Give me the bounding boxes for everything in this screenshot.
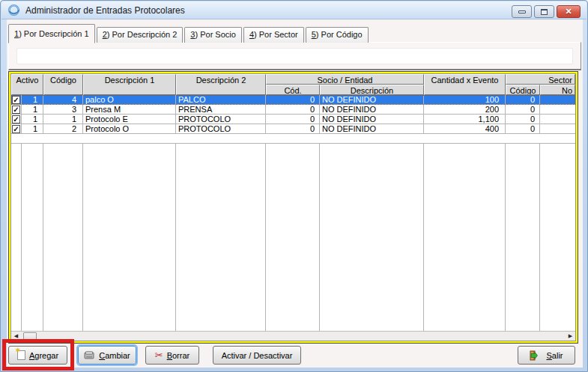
grid-yellow-border: Activo Código Descripción 1 Descripción … xyxy=(9,72,578,343)
cell-sector_no xyxy=(540,115,575,124)
add-page-icon: ✶ xyxy=(17,350,25,360)
row-checkbox-cell: ✓ xyxy=(11,115,22,124)
cell-socio_desc: NO DEFINIDO xyxy=(320,124,424,133)
cell-socio_cod: 0 xyxy=(266,115,320,124)
row-checkbox-cell: ✓ xyxy=(11,124,22,133)
cell-desc1: Protocolo O xyxy=(83,124,176,133)
cell-sector_no xyxy=(540,124,575,133)
header-socio-descripcion[interactable]: Descripción xyxy=(320,85,424,95)
cell-desc2: PROTOCOLO xyxy=(176,124,266,133)
cell-codigo: 4 xyxy=(43,95,83,104)
grid-rows: ✓14palco OPALCO0NO DEFINIDO1000✓13Prensa… xyxy=(11,95,575,134)
borrar-button[interactable]: ✂ Borrar xyxy=(145,346,199,365)
cell-socio_cod: 0 xyxy=(266,95,320,104)
table-row[interactable]: ✓14palco OPALCO0NO DEFINIDO1000 xyxy=(11,95,575,105)
cell-activo: 1 xyxy=(22,105,43,114)
cell-cantidad: 200 xyxy=(424,105,506,114)
header-activo[interactable]: Activo xyxy=(11,74,43,95)
header-cantidad-x-evento[interactable]: Cantidad x Evento xyxy=(424,74,506,95)
active-checkbox[interactable]: ✓ xyxy=(12,106,20,114)
header-descripcion-1[interactable]: Descripción 1 xyxy=(83,74,176,95)
exit-door-icon xyxy=(530,350,542,361)
tab-por-descripcion-2[interactable]: 2) Por Descripción 2 xyxy=(97,27,184,43)
grid-filler xyxy=(11,144,575,331)
cell-socio_desc: NO DEFINIDO xyxy=(320,95,424,104)
row-checkbox-cell: ✓ xyxy=(11,95,22,104)
cell-codigo: 3 xyxy=(43,105,83,114)
cell-desc2: PRENSA xyxy=(176,105,266,114)
cell-sector_cod: 0 xyxy=(506,95,540,104)
header-group-sector: Sector Código No xyxy=(506,74,575,95)
table-row[interactable]: ✓12Protocolo OPROTOCOLO0NO DEFINIDO4000 xyxy=(11,124,575,134)
app-icon xyxy=(7,4,20,16)
maximize-icon xyxy=(541,9,548,15)
row-checkbox-cell: ✓ xyxy=(11,105,22,114)
active-checkbox[interactable]: ✓ xyxy=(12,96,20,104)
cell-activo: 1 xyxy=(22,115,43,124)
cell-desc2: PROTOCOLO xyxy=(176,115,266,124)
maximize-button[interactable] xyxy=(534,5,554,18)
data-grid: Activo Código Descripción 1 Descripción … xyxy=(8,71,578,344)
header-sector[interactable]: Sector xyxy=(506,74,575,85)
header-codigo[interactable]: Código xyxy=(43,74,83,95)
sparkle-icon: ✶ xyxy=(15,347,21,354)
tab-por-socio[interactable]: 3) Por Socio xyxy=(184,27,242,43)
active-checkbox[interactable]: ✓ xyxy=(12,115,20,124)
tab-por-descripcion-1[interactable]: 1) Por Descripción 1 xyxy=(8,24,95,43)
cell-sector_no xyxy=(540,105,575,114)
grid-body: ✓14palco OPALCO0NO DEFINIDO1000✓13Prensa… xyxy=(11,95,575,341)
header-sector-codigo[interactable]: Código xyxy=(506,85,540,95)
cell-desc2: PALCO xyxy=(176,95,266,104)
scroll-left-arrow-icon[interactable]: ◀ xyxy=(11,332,21,341)
table-row[interactable]: ✓11Protocolo EPROTOCOLO0NO DEFINIDO1,100… xyxy=(11,115,575,124)
locator-input[interactable] xyxy=(16,48,573,64)
tab-page xyxy=(8,42,581,70)
cell-activo: 1 xyxy=(22,124,43,133)
client-area: 1) Por Descripción 1 2) Por Descripción … xyxy=(7,19,583,368)
close-icon: ✕ xyxy=(565,7,572,16)
cell-desc1: Prensa M xyxy=(83,105,176,114)
cell-cantidad: 1,100 xyxy=(424,115,506,124)
cell-cantidad: 400 xyxy=(424,124,506,133)
cell-sector_cod: 0 xyxy=(506,124,540,133)
edit-device-icon xyxy=(84,351,95,360)
tab-por-sector[interactable]: 4) Por Sector xyxy=(243,27,304,43)
cell-codigo: 1 xyxy=(43,115,83,124)
header-group-socio-entidad: Socio / Entidad Cód. Descripción xyxy=(266,74,424,95)
cell-desc1: Protocolo E xyxy=(83,115,176,124)
tab-strip: 1) Por Descripción 1 2) Por Descripción … xyxy=(8,23,370,43)
cell-sector_cod: 0 xyxy=(506,115,540,124)
empty-row xyxy=(11,134,575,144)
header-descripcion-2[interactable]: Descripción 2 xyxy=(176,74,266,95)
minimize-icon xyxy=(518,10,526,13)
scroll-right-arrow-icon[interactable]: ▶ xyxy=(566,332,575,341)
minimize-button[interactable] xyxy=(512,5,532,18)
title-bar: Administrador de Entradas Protocolares ✕ xyxy=(1,1,587,19)
grid-header: Activo Código Descripción 1 Descripción … xyxy=(11,74,575,95)
cambiar-button[interactable]: Cambiar xyxy=(78,346,136,365)
table-row[interactable]: ✓13Prensa MPRENSA0NO DEFINIDO2000 xyxy=(11,105,575,115)
cell-socio_desc: NO DEFINIDO xyxy=(320,115,424,124)
cell-socio_desc: NO DEFINIDO xyxy=(320,105,424,114)
agregar-button[interactable]: ✶ Agregar xyxy=(8,346,67,365)
app-window: Administrador de Entradas Protocolares ✕… xyxy=(0,0,588,372)
header-socio-entidad[interactable]: Socio / Entidad xyxy=(266,74,424,85)
horizontal-scrollbar[interactable]: ◀ ▶ xyxy=(11,331,575,341)
close-button[interactable]: ✕ xyxy=(557,5,581,18)
active-checkbox[interactable]: ✓ xyxy=(12,125,20,133)
cell-socio_cod: 0 xyxy=(266,124,320,133)
cell-socio_cod: 0 xyxy=(266,105,320,114)
scissors-icon: ✂ xyxy=(155,350,163,360)
header-sector-nombre[interactable]: No xyxy=(540,85,575,95)
salir-button[interactable]: Salir xyxy=(518,346,575,365)
cell-sector_cod: 0 xyxy=(506,105,540,114)
window-title: Administrador de Entradas Protocolares xyxy=(25,5,185,16)
header-socio-cod[interactable]: Cód. xyxy=(266,85,320,95)
cell-activo: 1 xyxy=(22,95,43,104)
scrollbar-thumb[interactable] xyxy=(23,332,37,341)
cell-codigo: 2 xyxy=(43,124,83,133)
cell-desc1: palco O xyxy=(83,95,176,104)
cell-sector_no xyxy=(540,95,575,104)
activar-desactivar-button[interactable]: Activar / Desactivar xyxy=(213,346,301,365)
tab-por-codigo[interactable]: 5) Por Código xyxy=(306,27,369,43)
